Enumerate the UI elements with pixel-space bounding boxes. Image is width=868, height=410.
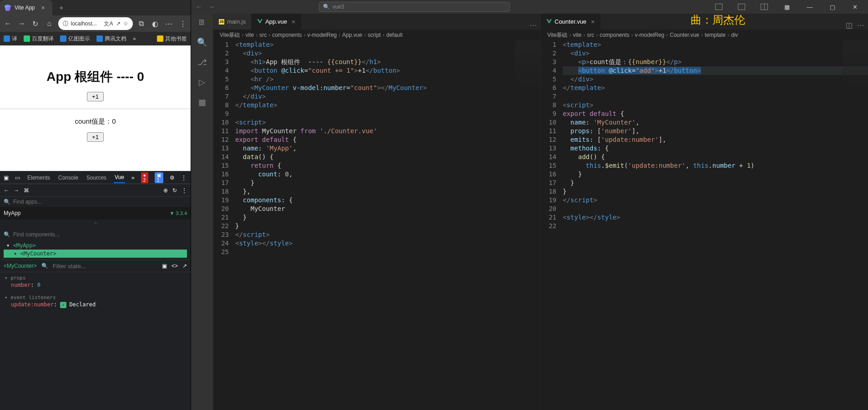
apps-search-input[interactable] xyxy=(13,199,187,205)
breadcrumbs[interactable]: Vite基础›vite›src›components›v-modelReg›Ap… xyxy=(213,30,540,40)
vscode-titlebar: ← → 🔍 vue3 ▦ — ▢ ✕ xyxy=(191,0,868,14)
avatar-icon[interactable]: ⋯ xyxy=(164,18,174,30)
home-icon[interactable]: ⌂ xyxy=(44,18,54,30)
nav-back-icon[interactable]: ← xyxy=(3,18,13,30)
breadcrumb-segment[interactable]: v-modelReg xyxy=(635,32,665,38)
bookmark-folder[interactable]: 其他书签 xyxy=(157,35,187,43)
breadcrumb-segment[interactable]: Vite基础 xyxy=(547,31,567,39)
more-icon[interactable]: ⋮ xyxy=(181,175,187,181)
close-button[interactable]: ✕ xyxy=(845,0,865,13)
bookmark-star-icon[interactable]: ☆ xyxy=(123,20,128,27)
info-badge[interactable]: ▣ 1 xyxy=(155,172,163,183)
code-editor[interactable]: 1234567891011121314151617181920212223242… xyxy=(213,40,540,410)
menu-icon[interactable]: ⋮ xyxy=(178,18,188,30)
close-icon[interactable]: × xyxy=(292,18,295,25)
command-center[interactable]: 🔍 vue3 xyxy=(319,2,510,12)
breadcrumb-segment[interactable]: v-modelReg xyxy=(308,32,337,38)
tree-node[interactable]: ▾ <MyApp> xyxy=(4,241,187,250)
devtools-tab-sources[interactable]: Sources xyxy=(86,173,107,183)
browser-tab-active[interactable]: Vite App × xyxy=(0,0,52,15)
breadcrumb-segment[interactable]: components xyxy=(600,32,629,38)
breadcrumb-segment[interactable]: App.vue xyxy=(342,32,362,38)
editor-tab[interactable]: JSmain.js xyxy=(213,14,252,30)
reload-icon[interactable]: ↻ xyxy=(30,18,40,30)
more-icon[interactable]: ⋯ xyxy=(857,21,864,30)
target-icon[interactable]: ⊕ xyxy=(163,187,168,194)
increment-button-child[interactable]: +1 xyxy=(87,132,104,142)
components-search-input[interactable] xyxy=(13,231,187,238)
debug-icon[interactable]: ▷ xyxy=(196,76,208,88)
devtools-tab-elements[interactable]: Elements xyxy=(26,173,51,183)
layout-bottom-icon[interactable] xyxy=(732,0,752,13)
share-icon[interactable]: ↗ xyxy=(116,20,121,27)
more-icon[interactable]: ⋯ xyxy=(530,21,537,30)
address-bar[interactable]: ⓘ localhost... 文A ↗ ☆ xyxy=(58,17,133,30)
layout-right-icon[interactable] xyxy=(754,0,774,13)
event-row[interactable]: update:number: ✓Declared xyxy=(11,300,186,309)
code-editor[interactable]: 12345678910111213141516171819202122 <tem… xyxy=(541,40,868,410)
breadcrumbs[interactable]: Vite基础›vite›src›components›v-modelReg›Co… xyxy=(541,30,868,40)
breadcrumb-segment[interactable]: div xyxy=(731,32,738,38)
bookmark-item[interactable]: 译 xyxy=(4,35,17,43)
bookmark-item[interactable]: 亿图图示 xyxy=(60,35,90,43)
tree-node[interactable]: ▾ <MyCounter> xyxy=(4,250,187,258)
split-editor-icon[interactable]: ◫ xyxy=(846,21,853,30)
app-row[interactable]: MyApp ▼ 3.3.4 xyxy=(0,207,191,220)
maximize-button[interactable]: ▢ xyxy=(823,0,843,13)
nav-forward-icon[interactable]: → xyxy=(208,3,215,10)
breadcrumb-segment[interactable]: components xyxy=(272,32,302,38)
more-tabs-icon[interactable]: » xyxy=(131,175,135,181)
minimize-button[interactable]: — xyxy=(800,0,820,13)
browser-toolbar: ← → ↻ ⌂ ⓘ localhost... 文A ↗ ☆ ⧉ ◐ ⋯ ⋮ xyxy=(0,15,191,32)
prop-row[interactable]: number: 0 xyxy=(11,281,186,289)
scm-icon[interactable]: ⎇ xyxy=(196,56,208,68)
nav-back-icon[interactable]: ← xyxy=(196,3,202,10)
error-badge[interactable]: ● 2 xyxy=(141,172,148,183)
inspect-dom-icon[interactable]: <> xyxy=(172,263,178,269)
devtools-tab-vue[interactable]: Vue xyxy=(114,172,125,183)
breadcrumb-segment[interactable]: script xyxy=(368,32,381,38)
filter-state-input[interactable] xyxy=(53,263,157,270)
search-icon[interactable]: 🔍 xyxy=(196,36,208,48)
settings-icon[interactable]: ⚙ xyxy=(170,175,175,181)
resize-handle[interactable]: ⌃ xyxy=(0,220,191,230)
editor-tab[interactable]: Counter.vue× xyxy=(541,14,601,30)
bookmark-item[interactable]: 腾讯文档 xyxy=(96,35,126,43)
open-editor-icon[interactable]: ↗ xyxy=(182,263,187,269)
more-icon[interactable]: ⋮ xyxy=(182,187,187,194)
site-info-icon[interactable]: ⓘ xyxy=(63,20,68,28)
bookmark-item[interactable]: 百度翻译 xyxy=(24,35,54,43)
close-icon[interactable]: × xyxy=(591,18,595,25)
editor-tab[interactable]: App.vue× xyxy=(252,14,301,30)
increment-button[interactable]: +1 xyxy=(87,92,104,101)
scroll-to-icon[interactable]: ▣ xyxy=(162,263,167,269)
device-icon[interactable]: ▭ xyxy=(15,175,20,181)
translate-icon[interactable]: 文A xyxy=(104,20,113,28)
devtools-tab-console[interactable]: Console xyxy=(57,173,79,183)
bookmark-overflow[interactable]: » xyxy=(133,35,136,42)
minimap[interactable] xyxy=(843,40,868,90)
breadcrumb-segment[interactable]: vite xyxy=(245,32,254,38)
customize-layout-icon[interactable]: ▦ xyxy=(777,0,797,13)
nav-forward-icon[interactable]: → xyxy=(14,187,19,194)
layout-left-icon[interactable] xyxy=(709,0,729,13)
nav-forward-icon[interactable]: → xyxy=(16,18,26,30)
theme-icon[interactable]: ◐ xyxy=(150,18,160,30)
extensions-icon[interactable]: ⧉ xyxy=(136,18,146,30)
new-tab-button[interactable]: + xyxy=(57,3,66,12)
breadcrumb-segment[interactable]: vite xyxy=(573,32,581,38)
breadcrumb-segment[interactable]: src xyxy=(259,32,267,38)
inspect-icon[interactable]: ▣ xyxy=(4,175,9,181)
minimap[interactable] xyxy=(515,40,540,90)
breadcrumb-segment[interactable]: Counter.vue xyxy=(670,32,699,38)
explorer-icon[interactable]: 🗎 xyxy=(196,16,208,28)
components-icon[interactable]: ⌘ xyxy=(24,187,29,194)
close-icon[interactable]: × xyxy=(38,3,47,12)
breadcrumb-segment[interactable]: src xyxy=(587,32,594,38)
breadcrumb-segment[interactable]: template xyxy=(705,32,726,38)
breadcrumb-segment[interactable]: Vite基础 xyxy=(220,31,240,39)
refresh-icon[interactable]: ↻ xyxy=(172,187,177,194)
nav-back-icon[interactable]: ← xyxy=(4,187,9,194)
breadcrumb-segment[interactable]: default xyxy=(386,32,403,38)
extensions-icon[interactable]: ▦ xyxy=(196,96,208,108)
